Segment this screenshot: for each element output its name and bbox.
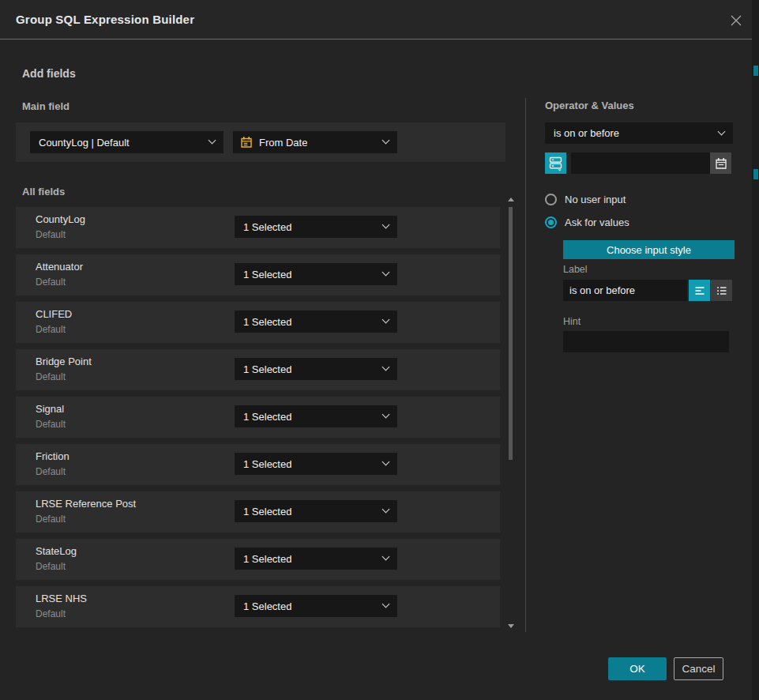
field-selected-value: 1 Selected xyxy=(243,458,291,470)
main-field-row: CountyLog | Default From Date xyxy=(16,122,505,162)
input-style-single-button[interactable] xyxy=(689,280,710,301)
field-subtitle: Default xyxy=(36,514,66,525)
chevron-down-icon xyxy=(382,553,390,561)
field-row: LRSE NHS Default 1 Selected xyxy=(16,586,500,627)
main-field-heading: Main field xyxy=(22,100,70,112)
field-row: CLIFED Default 1 Selected xyxy=(16,302,500,343)
operator-select[interactable]: is on or before xyxy=(545,122,733,144)
field-selected-value: 1 Selected xyxy=(243,600,291,612)
chevron-down-icon xyxy=(382,363,390,371)
field-name: CountyLog xyxy=(36,213,85,225)
field-subtitle: Default xyxy=(36,466,66,477)
field-selected-dropdown[interactable]: 1 Selected xyxy=(235,310,397,333)
field-subtitle: Default xyxy=(36,561,66,572)
field-name: CLIFED xyxy=(36,308,72,320)
ok-button[interactable]: OK xyxy=(608,657,667,680)
operator-values-heading: Operator & Values xyxy=(545,100,634,111)
field-name: StateLog xyxy=(36,545,77,557)
scroll-down-icon[interactable] xyxy=(508,624,514,628)
hint-caption: Hint xyxy=(563,316,581,327)
calendar-icon xyxy=(715,157,727,170)
field-row: Signal Default 1 Selected xyxy=(16,397,500,438)
field-selected-value: 1 Selected xyxy=(243,553,291,565)
close-button[interactable] xyxy=(727,12,745,29)
scrollbar-thumb[interactable] xyxy=(509,207,513,460)
field-selected-value: 1 Selected xyxy=(243,316,291,328)
field-selected-value: 1 Selected xyxy=(243,411,291,423)
dialog-titlebar: Group SQL Expression Builder xyxy=(0,0,752,40)
cancel-button[interactable]: Cancel xyxy=(674,657,723,680)
operator-select-value: is on or before xyxy=(554,127,619,139)
field-row: Bridge Point Default 1 Selected xyxy=(16,349,500,390)
chevron-down-icon xyxy=(382,458,390,466)
radio-no-user-input-label: No user input xyxy=(565,194,626,205)
field-name: Friction xyxy=(36,450,70,462)
radio-no-user-input[interactable]: No user input xyxy=(545,194,626,205)
field-name: Bridge Point xyxy=(36,356,92,367)
main-field-select[interactable]: From Date xyxy=(233,131,397,153)
field-subtitle: Default xyxy=(36,277,66,288)
field-selected-dropdown[interactable]: 1 Selected xyxy=(235,500,397,522)
label-caption: Label xyxy=(563,264,588,275)
input-style-list-button[interactable] xyxy=(711,280,732,301)
group-sql-expression-builder-dialog: Group SQL Expression Builder Add fields … xyxy=(0,0,752,700)
chevron-down-icon xyxy=(382,600,390,608)
value-source-button[interactable] xyxy=(545,152,566,174)
chevron-down-icon xyxy=(382,269,390,277)
field-selected-dropdown[interactable]: 1 Selected xyxy=(235,595,397,617)
close-icon xyxy=(730,14,742,27)
hint-input[interactable] xyxy=(563,331,729,352)
chevron-down-icon xyxy=(382,221,390,229)
chevron-down-icon xyxy=(382,411,390,419)
field-selected-dropdown[interactable]: 1 Selected xyxy=(235,453,397,475)
field-subtitle: Default xyxy=(36,324,66,335)
calendar-icon xyxy=(240,136,253,149)
field-selected-dropdown[interactable]: 1 Selected xyxy=(235,548,397,570)
field-name: LRSE NHS xyxy=(36,593,87,604)
chevron-down-icon xyxy=(718,128,726,136)
field-selected-value: 1 Selected xyxy=(243,269,291,280)
field-subtitle: Default xyxy=(36,371,66,382)
chevron-down-icon xyxy=(209,137,216,145)
field-row: Friction Default 1 Selected xyxy=(16,444,500,485)
field-subtitle: Default xyxy=(36,419,66,430)
all-fields-heading: All fields xyxy=(22,186,65,198)
chevron-down-icon xyxy=(382,506,390,514)
radio-selected-icon xyxy=(545,216,557,228)
main-field-select-value: From Date xyxy=(259,137,307,149)
main-layer-select-value: CountyLog | Default xyxy=(39,137,130,149)
chevron-down-icon xyxy=(382,137,390,145)
dialog-title: Group SQL Expression Builder xyxy=(16,0,194,40)
add-fields-heading: Add fields xyxy=(22,67,76,80)
radio-ask-for-values-label: Ask for values xyxy=(565,216,629,228)
choose-input-style-button[interactable]: Choose input style xyxy=(563,240,735,259)
panel-divider xyxy=(525,98,526,632)
field-row: StateLog Default 1 Selected xyxy=(16,539,500,580)
date-picker-button[interactable] xyxy=(710,152,731,174)
field-name: LRSE Reference Post xyxy=(36,498,136,510)
field-selected-dropdown[interactable]: 1 Selected xyxy=(235,263,397,285)
background-edge-strip xyxy=(752,0,759,700)
scroll-up-icon[interactable] xyxy=(508,198,514,201)
edge-accent-mark xyxy=(753,66,758,76)
field-selected-dropdown[interactable]: 1 Selected xyxy=(235,358,397,380)
field-row: Attenuator Default 1 Selected xyxy=(16,254,500,295)
field-subtitle: Default xyxy=(36,608,66,619)
list-icon xyxy=(716,284,728,297)
field-selected-dropdown[interactable]: 1 Selected xyxy=(235,405,397,427)
field-selected-dropdown[interactable]: 1 Selected xyxy=(235,216,397,238)
date-value-input[interactable] xyxy=(571,152,710,174)
field-selected-value: 1 Selected xyxy=(243,506,291,517)
radio-circle-icon xyxy=(545,194,557,205)
field-row: CountyLog Default 1 Selected xyxy=(16,207,500,248)
label-input[interactable] xyxy=(563,280,687,301)
field-name: Attenuator xyxy=(36,261,83,273)
field-stack-icon xyxy=(548,156,563,171)
edge-accent-mark xyxy=(753,169,758,179)
field-selected-value: 1 Selected xyxy=(243,363,291,375)
radio-ask-for-values[interactable]: Ask for values xyxy=(545,216,629,228)
align-left-icon xyxy=(693,284,706,297)
main-layer-select[interactable]: CountyLog | Default xyxy=(30,131,224,153)
chevron-down-icon xyxy=(382,316,390,324)
field-name: Signal xyxy=(36,403,64,415)
